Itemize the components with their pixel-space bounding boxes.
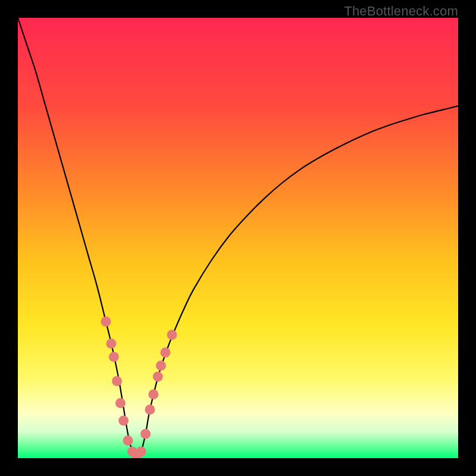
plot-area [18, 18, 458, 458]
chart-frame: TheBottleneck.com [0, 0, 476, 476]
chart-canvas [18, 18, 458, 458]
watermark-text: TheBottleneck.com [344, 4, 458, 19]
